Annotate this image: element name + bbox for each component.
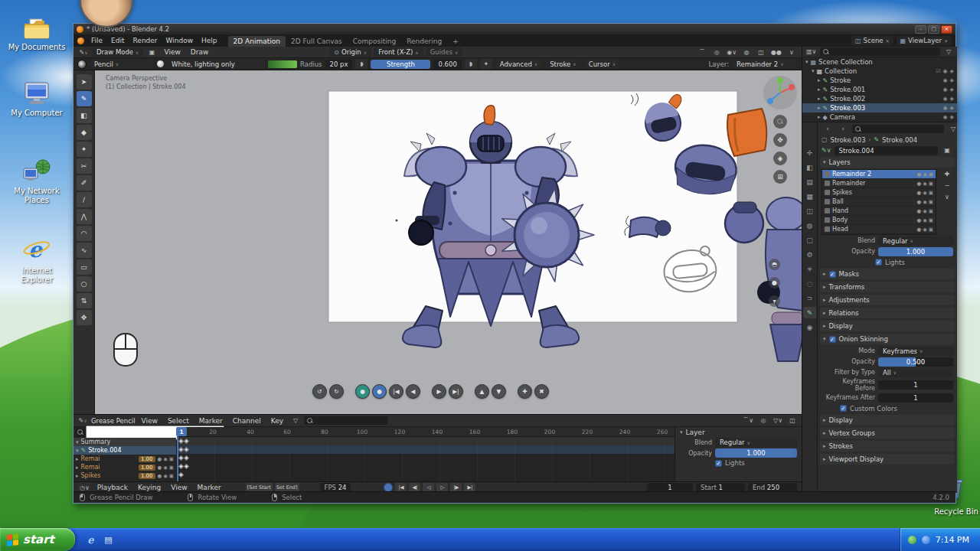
keyframe-row[interactable]	[177, 462, 675, 471]
channel-layer[interactable]: ▸ Remai 1.00 ●◉▣	[74, 455, 176, 463]
channel-toggles[interactable]: ●◉▣	[158, 465, 175, 471]
layer-opacity-field[interactable]: 1.00	[139, 473, 155, 479]
outliner-object-stroke-002[interactable]: ▸ ✎ Stroke.002 ◉◈	[802, 94, 957, 103]
layer-toggles[interactable]: ●◉▣	[917, 171, 934, 178]
keyframe-row[interactable]	[177, 471, 675, 479]
overlay-widget-icon[interactable]: ◓	[769, 259, 780, 270]
outliner-search-input[interactable]	[831, 48, 937, 55]
outliner-object-stroke-003[interactable]: ▸ ✎ Stroke.003 ◉◈	[802, 103, 957, 112]
relations-section[interactable]: ▸Relations	[820, 308, 955, 318]
tab-scene[interactable]: ◫	[803, 205, 816, 217]
scene-selector[interactable]: ◫ Scene ✕	[851, 36, 893, 45]
onion-opacity-slider[interactable]: 0.500	[878, 357, 953, 367]
overlays-icon[interactable]: ◍	[740, 47, 753, 57]
outliner-object-stroke-001[interactable]: ▸ ✎ Stroke.001 ◉◈	[802, 85, 957, 94]
3d-viewport-canvas[interactable]: Camera Perspective (1) Collection | Stro…	[95, 70, 802, 414]
layer-toggles[interactable]: ●◉▣	[917, 199, 934, 205]
custom-colors-checkbox[interactable]: ✓	[840, 405, 847, 412]
tool-polyline[interactable]: ⋀	[77, 209, 92, 224]
show-desktop-icon[interactable]: ▤	[102, 533, 115, 546]
outliner-object-camera[interactable]: ▸ ◆ Camera ◉◈	[802, 112, 957, 122]
duplicate-keyframe-button[interactable]: ●	[372, 384, 387, 399]
blend-dropdown[interactable]: Regular∨	[878, 236, 953, 246]
add-workspace-button[interactable]: +	[447, 36, 464, 47]
breadcrumb-object[interactable]: Stroke.003	[831, 136, 866, 144]
window-titlebar[interactable]: * (Unsaved) - Blender 4.2 – □ ×	[74, 24, 956, 34]
tab-tool[interactable]: ✛	[803, 147, 816, 158]
strength-slider[interactable]: Strength	[371, 60, 430, 69]
jump-start-button[interactable]: |◀	[389, 384, 403, 399]
tray-shield-icon[interactable]	[908, 536, 916, 544]
flip-down-button[interactable]: ▼	[492, 384, 506, 399]
frame-ruler[interactable]: 20 40 60 80 100 120 140 160 180 200 220 …	[177, 427, 675, 437]
breadcrumb-data[interactable]: Stroke.004	[882, 136, 917, 144]
viewport-display-section[interactable]: ▸Viewport Display	[820, 454, 955, 465]
tab-output[interactable]: ▤	[803, 176, 816, 187]
display-section-2[interactable]: ▸Display	[820, 415, 955, 425]
adjustments-section[interactable]: ▸Adjustments	[820, 295, 955, 305]
menu-edit[interactable]: Edit	[107, 35, 128, 46]
overlay-widget-icon[interactable]: ●	[769, 277, 780, 289]
maximize-button[interactable]: □	[928, 25, 939, 34]
snap-dropdown-icon[interactable]: ⌒∨	[741, 416, 755, 425]
lights-checkbox[interactable]: ✓	[875, 259, 882, 266]
layer-toggles[interactable]: ●◉▣	[917, 181, 934, 187]
keyframe-row[interactable]	[177, 454, 675, 462]
display-section[interactable]: ▸Display	[820, 321, 955, 331]
filter-funnel-icon[interactable]: ▽	[947, 124, 957, 134]
masks-section[interactable]: ▸ ✓ Masks	[820, 269, 955, 279]
nav-forward-icon[interactable]: ›	[837, 124, 849, 134]
tool-fill[interactable]: ◧	[77, 108, 92, 123]
datablock-name-field[interactable]: Stroke.004	[835, 146, 938, 155]
tool-cutter[interactable]: ✂	[77, 158, 92, 174]
visibility-toggles[interactable]: ◉◈	[943, 77, 955, 83]
workspace-tab-2d-full-canvas[interactable]: 2D Full Canvas	[286, 36, 348, 47]
tab-object[interactable]: ▢	[803, 234, 816, 246]
filter-icon[interactable]: ▽∨	[772, 416, 784, 425]
menu-help[interactable]: Help	[198, 35, 221, 46]
menu-channel[interactable]: Channel	[229, 416, 265, 426]
vertex-groups-section[interactable]: ▸Vertex Groups	[820, 428, 955, 439]
tab-physics[interactable]: ◌	[803, 278, 816, 289]
radius-pressure-icon[interactable]: ◗	[355, 59, 368, 69]
tool-draw[interactable]: ✎	[77, 91, 92, 106]
layer-specials-icon[interactable]: ∨	[941, 192, 953, 202]
strokes-section[interactable]: ▸Strokes	[820, 441, 955, 452]
menu-select[interactable]: Select	[164, 416, 193, 426]
onion-filter-dropdown[interactable]: All∨	[878, 368, 953, 377]
desktop-icon-my-documents[interactable]: My Documents	[6, 17, 67, 52]
zoom-icon[interactable]	[773, 115, 787, 129]
tab-modifiers[interactable]: ⚙	[803, 249, 816, 260]
current-frame-indicator[interactable]: 1	[176, 427, 187, 436]
layer-opacity-field[interactable]: 1.00	[139, 465, 155, 471]
tool-circle[interactable]: ○	[77, 276, 92, 292]
onion-mode-dropdown[interactable]: Keyframes∨	[878, 347, 953, 356]
brush-extra-icon[interactable]: ✦	[480, 59, 492, 69]
drawing-plane-dropdown[interactable]: Front (X-Z)∨	[374, 47, 423, 57]
recycle-bin-label[interactable]: Recycle Bin	[922, 507, 980, 516]
redo-button[interactable]: ↻	[329, 384, 344, 399]
tool-tweak[interactable]: ➤	[77, 74, 92, 90]
jump-end-button[interactable]: ▶|	[449, 384, 463, 399]
outliner-scene-collection[interactable]: ▾ ▦ Scene Collection	[802, 57, 957, 67]
advanced-dropdown[interactable]: Advanced∨	[495, 60, 542, 69]
guides-dropdown[interactable]: Guides∨	[426, 47, 463, 57]
remove-layer-button[interactable]: −	[941, 181, 953, 191]
x-icon[interactable]: ✕	[944, 38, 948, 44]
next-frame-button[interactable]: ▶	[432, 384, 446, 399]
opacity-slider[interactable]: 1.000	[878, 247, 953, 256]
tool-eyedropper[interactable]: ✐	[77, 175, 92, 191]
filter-funnel-icon[interactable]: ▽	[942, 47, 955, 57]
layer-row[interactable]: Spikes●◉▣	[822, 188, 936, 197]
tab-view-layer[interactable]: ▦	[803, 191, 816, 202]
tool-tint[interactable]: ✦	[77, 142, 92, 157]
stroke-placement-dropdown[interactable]: ⊙Origin∨	[329, 47, 371, 57]
layer-panel-header[interactable]: ▾ Layer	[680, 429, 797, 436]
proportional-icon[interactable]: ◎	[757, 416, 769, 425]
channel-layer[interactable]: ▸ Remai 1.00 ●◉▣	[74, 463, 176, 471]
visibility-toggles[interactable]: ◉◈	[943, 86, 955, 93]
channel-summary[interactable]: ▾ Summary	[74, 438, 176, 446]
masks-checkbox[interactable]: ✓	[829, 271, 836, 278]
visibility-toggles[interactable]: ◉◈	[943, 105, 955, 111]
tool-arc[interactable]: ◠	[77, 226, 92, 241]
